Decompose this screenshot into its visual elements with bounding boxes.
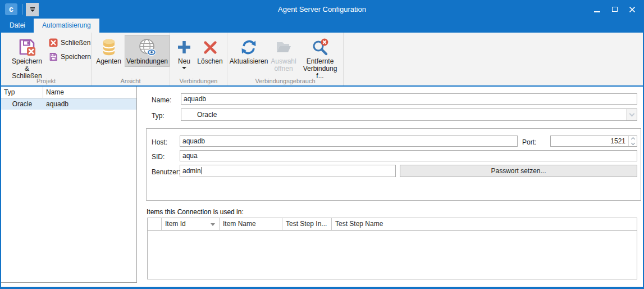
connections-list-header: Typ Name: [1, 87, 136, 98]
sort-descending-icon: [211, 223, 215, 226]
minimize-icon: [594, 11, 600, 12]
yellow-database-cylinder-icon: [102, 38, 116, 56]
port-decrement-button[interactable]: [629, 141, 637, 146]
tab-datei[interactable]: Datei: [1, 19, 34, 33]
name-input[interactable]: [181, 93, 637, 105]
connections-view-label: Verbindungen: [126, 58, 168, 65]
main-area: Typ Name Oracle aquadb Name: Typ: Oracle…: [1, 87, 643, 287]
blue-circular-arrows-icon: [240, 38, 258, 56]
port-value: 1521: [551, 136, 628, 146]
maximize-button[interactable]: [606, 0, 623, 19]
items-section-title: Items this Connection is used in:: [147, 208, 244, 216]
floppy-disk-with-red-x-icon: [17, 38, 36, 57]
minimize-button[interactable]: [588, 0, 606, 19]
close-project-label: Schließen: [61, 39, 90, 47]
refresh-button[interactable]: Aktualisieren: [229, 35, 269, 67]
window-title: Agent Server Configuration: [0, 0, 644, 19]
new-connection-label: Neu: [178, 58, 190, 65]
ribbon: Speichern & Schließen Schließen: [1, 33, 643, 87]
purple-floppy-disk-icon: [49, 52, 58, 61]
close-button[interactable]: [623, 0, 641, 19]
sid-input[interactable]: [180, 150, 637, 161]
gray-open-folder-icon: [275, 40, 292, 55]
group-label-verbindungsgebrauch: Verbindungsgebrauch: [227, 78, 343, 84]
items-column-item-id[interactable]: Item Id: [162, 218, 220, 230]
text-cursor: [202, 167, 202, 174]
ribbon-tab-row: Datei Automatisierung: [1, 19, 643, 33]
save-project-button[interactable]: Speichern: [49, 51, 91, 62]
save-and-close-label-line1: Speichern &: [10, 58, 44, 73]
user-input-value: admin: [182, 167, 201, 175]
ribbon-group-verbindungen: Neu Löschen Verbindungen: [170, 33, 227, 85]
red-x-icon: [203, 40, 217, 55]
name-label: Name:: [152, 96, 171, 104]
agent-server-configuration-window: c Agent Server Configuration Datei Autom…: [0, 0, 644, 289]
delete-connection-button[interactable]: Löschen: [195, 35, 225, 67]
tab-automatisierung[interactable]: Automatisierung: [34, 19, 99, 33]
save-project-label: Speichern: [61, 53, 91, 61]
port-label: Port:: [522, 138, 536, 146]
blue-plus-icon: [177, 40, 191, 55]
agents-view-label: Agenten: [96, 58, 121, 65]
group-label-projekt: Projekt: [1, 78, 91, 84]
items-column-test-step-in[interactable]: Test Step In...: [282, 218, 332, 230]
typ-label: Typ:: [152, 112, 165, 120]
items-table: Item Id Item Name Test Step In... Test S…: [147, 218, 637, 279]
user-label: Benutzer:: [152, 168, 180, 176]
host-label: Host:: [152, 138, 167, 146]
window-controls: [588, 0, 641, 19]
refresh-label: Aktualisieren: [230, 58, 268, 65]
column-header-typ[interactable]: Typ: [1, 87, 43, 98]
group-label-verbindungen: Verbindungen: [170, 78, 227, 84]
remove-remote-connection-button[interactable]: Entfernte Verbindung f...: [298, 35, 342, 82]
port-spinner[interactable]: 1521: [550, 136, 637, 147]
connection-row-name: aquadb: [43, 98, 136, 110]
save-and-close-button[interactable]: Speichern & Schließen: [8, 35, 45, 82]
connections-view-button[interactable]: Verbindungen: [125, 35, 170, 67]
set-password-button[interactable]: Passwort setzen...: [400, 165, 637, 177]
red-x-square-icon: [49, 38, 58, 47]
items-column-test-step-name[interactable]: Test Step Name: [332, 218, 637, 230]
group-label-ansicht: Ansicht: [92, 78, 170, 84]
ribbon-group-verbindungsgebrauch: Aktualisieren Auswahl öffnen: [227, 33, 344, 85]
port-spin-buttons: [628, 136, 637, 146]
maximize-icon: [612, 7, 618, 12]
connections-list-panel: Typ Name Oracle aquadb: [1, 87, 137, 283]
typ-combobox-dropdown-button[interactable]: [626, 109, 637, 120]
spinner-down-icon: [631, 141, 634, 145]
open-selection-button: Auswahl öffnen: [269, 35, 298, 74]
host-input[interactable]: [180, 136, 518, 147]
sid-label: SID:: [152, 153, 165, 161]
agents-view-button[interactable]: Agenten: [94, 35, 123, 67]
open-selection-label-line2: öffnen: [274, 65, 293, 73]
ribbon-group-ansicht: Agenten Verbindungen: [92, 33, 170, 85]
typ-combobox-value: Oracle: [181, 109, 626, 120]
items-table-header: Item Id Item Name Test Step In... Test S…: [148, 218, 637, 231]
typ-combobox[interactable]: Oracle: [181, 109, 637, 121]
delete-connection-label: Löschen: [197, 58, 222, 65]
items-column-item-name[interactable]: Item Name: [220, 218, 282, 230]
connection-detail-form: Name: Typ: Oracle Host: Port: 1521: [138, 87, 643, 287]
chevron-down-icon: [629, 111, 634, 116]
globe-with-eye-icon: [138, 38, 157, 57]
user-input[interactable]: admin: [180, 165, 396, 177]
title-bar: c Agent Server Configuration: [0, 0, 644, 19]
magnifier-with-red-x-icon: [311, 38, 329, 56]
close-icon: [629, 6, 636, 13]
connection-row-aquadb[interactable]: Oracle aquadb: [1, 98, 136, 110]
ribbon-empty-space: [344, 33, 643, 85]
dropdown-arrow-icon: [182, 67, 186, 69]
connection-row-typ: Oracle: [1, 98, 43, 110]
items-column-indicator: [148, 218, 162, 230]
column-header-name[interactable]: Name: [43, 87, 136, 98]
new-connection-button[interactable]: Neu: [173, 35, 195, 71]
ribbon-group-projekt: Speichern & Schließen Schließen: [1, 33, 92, 85]
close-project-button[interactable]: Schließen: [49, 37, 91, 48]
